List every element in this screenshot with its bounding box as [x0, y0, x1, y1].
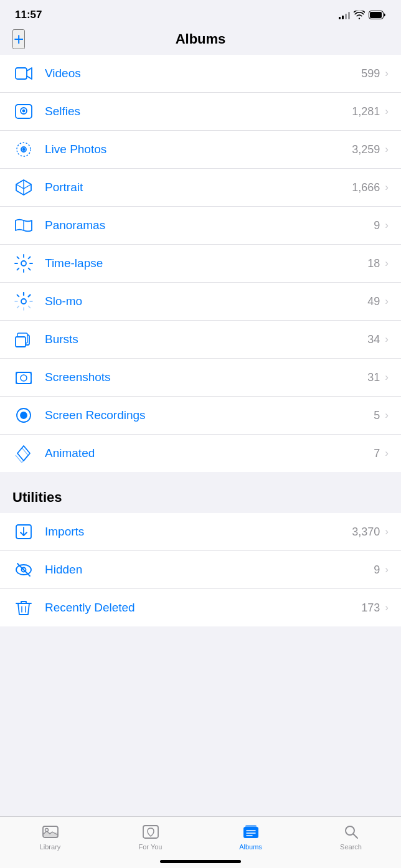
- list-item-hidden[interactable]: Hidden 9 ›: [0, 551, 401, 589]
- animated-icon: [12, 442, 35, 465]
- list-item-recently-deleted[interactable]: Recently Deleted 173 ›: [0, 589, 401, 626]
- hidden-chevron: ›: [385, 564, 389, 576]
- list-item-screenshots[interactable]: Screenshots 31 ›: [0, 359, 401, 397]
- time-lapse-count: 18: [367, 257, 380, 270]
- imports-count: 3,370: [352, 526, 380, 539]
- bursts-chevron: ›: [385, 333, 389, 346]
- utilities-section-header: Utilities: [0, 472, 401, 513]
- bursts-count: 34: [367, 333, 380, 346]
- time-lapse-chevron: ›: [385, 257, 389, 270]
- animated-label: Animated: [45, 446, 374, 460]
- videos-label: Videos: [45, 67, 361, 80]
- panoramas-icon: [12, 214, 35, 237]
- main-content: Videos 599 › Selfies 1,281 ›: [0, 55, 401, 689]
- albums-tab-icon: [242, 823, 260, 841]
- screen-recordings-chevron: ›: [385, 409, 389, 422]
- panoramas-count: 9: [374, 219, 380, 232]
- svg-rect-31: [16, 372, 31, 384]
- screenshots-count: 31: [367, 371, 380, 384]
- list-item-live-photos[interactable]: Live Photos 3,259 ›: [0, 131, 401, 169]
- svg-rect-2: [16, 68, 27, 79]
- slo-mo-label: Slo-mo: [45, 295, 367, 308]
- recently-deleted-count: 173: [361, 601, 380, 615]
- list-item-videos[interactable]: Videos 599 ›: [0, 55, 401, 93]
- svg-rect-47: [245, 825, 257, 828]
- search-tab-label: Search: [340, 843, 362, 851]
- list-item-portrait[interactable]: Portrait 1,666 ›: [0, 169, 401, 207]
- svg-line-16: [29, 268, 31, 270]
- svg-line-23: [29, 306, 31, 308]
- hidden-count: 9: [374, 564, 380, 577]
- bursts-label: Bursts: [45, 333, 367, 346]
- screen-recordings-label: Screen Recordings: [45, 408, 374, 422]
- svg-line-25: [17, 306, 19, 308]
- library-tab-label: Library: [40, 843, 61, 851]
- svg-point-7: [23, 149, 25, 151]
- screenshots-chevron: ›: [385, 371, 389, 384]
- svg-line-27: [17, 295, 19, 297]
- svg-line-52: [353, 834, 357, 839]
- svg-rect-30: [16, 337, 26, 347]
- svg-point-10: [21, 261, 26, 266]
- tab-for-you[interactable]: For You: [100, 823, 200, 851]
- list-item-bursts[interactable]: Bursts 34 ›: [0, 321, 401, 359]
- selfies-chevron: ›: [385, 105, 389, 118]
- live-photos-label: Live Photos: [45, 143, 352, 156]
- portrait-label: Portrait: [45, 181, 352, 194]
- slo-mo-count: 49: [367, 295, 380, 308]
- animated-count: 7: [374, 447, 380, 460]
- list-item-time-lapse[interactable]: Time-lapse 18 ›: [0, 245, 401, 283]
- hidden-icon: [12, 559, 35, 581]
- videos-icon: [12, 62, 35, 85]
- svg-line-17: [29, 257, 31, 259]
- videos-chevron: ›: [385, 67, 389, 80]
- page-title: Albums: [176, 31, 226, 47]
- portrait-icon: [12, 176, 35, 199]
- screen-recordings-count: 5: [374, 409, 380, 422]
- svg-line-18: [17, 268, 19, 270]
- svg-point-34: [21, 412, 27, 418]
- library-tab-icon: [42, 823, 59, 841]
- svg-point-5: [23, 110, 25, 112]
- list-item-imports[interactable]: Imports 3,370 ›: [0, 513, 401, 551]
- svg-point-19: [21, 299, 26, 304]
- panoramas-chevron: ›: [385, 219, 389, 232]
- list-item-screen-recordings[interactable]: Screen Recordings 5 ›: [0, 397, 401, 435]
- bursts-icon: [12, 328, 35, 351]
- animated-chevron: ›: [385, 447, 389, 460]
- live-photos-chevron: ›: [385, 143, 389, 156]
- svg-line-15: [17, 257, 19, 259]
- for-you-tab-icon: [142, 823, 159, 841]
- time-lapse-label: Time-lapse: [45, 257, 367, 270]
- time-lapse-icon: [12, 252, 35, 275]
- recently-deleted-label: Recently Deleted: [45, 601, 361, 615]
- tab-library[interactable]: Library: [0, 823, 100, 851]
- add-album-button[interactable]: +: [12, 29, 25, 49]
- screen-recordings-icon: [12, 404, 35, 427]
- svg-rect-46: [243, 827, 258, 838]
- search-tab-icon: [342, 823, 360, 841]
- imports-chevron: ›: [385, 526, 389, 538]
- list-item-animated[interactable]: Animated 7 ›: [0, 435, 401, 472]
- selfies-count: 1,281: [352, 105, 380, 118]
- portrait-count: 1,666: [352, 181, 380, 194]
- status-icons: [339, 11, 386, 19]
- selfies-icon: [12, 100, 35, 123]
- recently-deleted-chevron: ›: [385, 601, 389, 614]
- for-you-tab-label: For You: [139, 843, 163, 851]
- list-item-selfies[interactable]: Selfies 1,281 ›: [0, 93, 401, 131]
- home-indicator: [160, 860, 241, 863]
- live-photos-icon: [12, 138, 35, 161]
- list-item-slo-mo[interactable]: Slo-mo 49 ›: [0, 283, 401, 321]
- status-bar: 11:57: [0, 0, 401, 26]
- tab-search[interactable]: Search: [301, 823, 401, 851]
- tab-albums[interactable]: Albums: [200, 823, 301, 851]
- panoramas-label: Panoramas: [45, 219, 374, 232]
- status-time: 11:57: [15, 9, 42, 21]
- svg-line-21: [29, 295, 31, 297]
- screenshots-icon: [12, 366, 35, 389]
- list-item-panoramas[interactable]: Panoramas 9 ›: [0, 207, 401, 245]
- media-types-section: Videos 599 › Selfies 1,281 ›: [0, 55, 401, 472]
- header: + Albums: [0, 26, 401, 55]
- videos-count: 599: [361, 67, 380, 80]
